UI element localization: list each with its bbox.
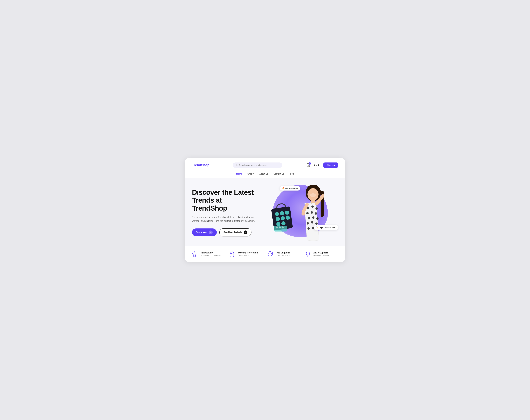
hero-title: Discover the Latest Trends at TrendShop [192, 188, 256, 212]
quality-title: High Quality [200, 252, 221, 254]
header-actions: 0 Login Sign Up [305, 162, 338, 168]
navbar: Home Shop ▾ About Us Contact Us Blog [185, 171, 345, 178]
search-icon [236, 164, 238, 166]
nav-shop-label: Shop [247, 172, 252, 175]
woman-illustration [290, 185, 335, 241]
feature-support: 24 / 7 Support Dedicated support [304, 250, 339, 257]
cart-button[interactable]: 0 [305, 162, 311, 168]
svg-point-22 [311, 206, 314, 208]
svg-point-32 [315, 223, 318, 225]
nav-contact-label: Contact Us [273, 172, 284, 175]
hero-woman-image [290, 185, 335, 241]
bags-illustration [270, 203, 296, 232]
quality-text: High Quality crafted from top materials [200, 252, 221, 256]
shop-now-label: Shop Now [196, 231, 207, 234]
svg-point-26 [315, 212, 317, 215]
new-arrivals-button[interactable]: See New Arrivals → [219, 228, 251, 237]
nav-blog-label: Blog [289, 172, 294, 175]
shop-now-arrow-icon: → [209, 230, 213, 234]
warranty-title: Warrany Protection [238, 252, 258, 254]
shopping-bags [270, 203, 296, 233]
quality-sub: crafted from top materials [200, 254, 221, 256]
shipping-icon [267, 250, 274, 257]
warranty-text: Warrany Protection Over 2 years [238, 252, 258, 256]
svg-point-13 [276, 226, 278, 228]
svg-point-14 [279, 226, 281, 228]
feature-high-quality: High Quality crafted from top materials [191, 250, 226, 257]
login-button[interactable]: Login [314, 163, 321, 168]
nav-item-contact[interactable]: Contact Us [273, 172, 284, 175]
nav-item-shop[interactable]: Shop ▾ [247, 172, 254, 175]
support-title: 24 / 7 Support [313, 252, 329, 254]
search-input[interactable] [239, 164, 279, 166]
shipping-text: Free Shipping Order over 150 $ [276, 252, 290, 256]
search-bar [233, 163, 282, 168]
bogo-badge: 🏷️ Bye One Get Two [314, 225, 338, 230]
svg-point-19 [310, 193, 316, 197]
svg-point-43 [308, 256, 308, 256]
cart-badge: 0 [309, 162, 311, 165]
logo: TrendShop [192, 163, 209, 167]
support-sub: Dedicated support [313, 254, 329, 256]
nav-about-label: About Us [259, 172, 268, 175]
new-arrivals-arrow-icon: → [244, 230, 247, 234]
warranty-icon [229, 250, 236, 257]
svg-point-24 [306, 212, 309, 214]
warranty-sub: Over 2 years [238, 254, 258, 256]
nav-home-label: Home [236, 172, 242, 175]
nav-item-home[interactable]: Home [236, 172, 242, 175]
tag-icon: 🏷️ [316, 226, 319, 229]
hero-buttons: Shop Now → See New Arrivals → [192, 228, 256, 237]
offer-badge-text: Get 20% Offer [285, 187, 298, 189]
support-text: 24 / 7 Support Dedicated support [313, 252, 329, 256]
header: TrendShop 0 Login Sign Up [185, 158, 345, 171]
svg-point-0 [236, 164, 237, 166]
hero-image-area: 🔥 Get 20% Offer [265, 183, 338, 241]
signup-button[interactable]: Sign Up [323, 163, 338, 168]
hero-text: Discover the Latest Trends at TrendShop … [192, 188, 256, 236]
svg-line-1 [237, 166, 238, 166]
svg-point-31 [311, 221, 313, 224]
shipping-title: Free Shipping [276, 252, 290, 254]
feature-warranty: Warrany Protection Over 2 years [229, 250, 263, 257]
chevron-down-icon: ▾ [253, 173, 254, 175]
hero-section: Discover the Latest Trends at TrendShop … [185, 178, 345, 246]
bogo-badge-text: Bye One Get Two [320, 226, 335, 229]
divider-2 [265, 250, 265, 257]
svg-point-30 [307, 222, 309, 224]
svg-point-27 [308, 217, 310, 219]
svg-point-15 [282, 226, 284, 228]
svg-point-23 [315, 207, 318, 210]
svg-point-37 [231, 252, 234, 255]
offer-badge: 🔥 Get 20% Offer [280, 186, 300, 191]
shop-now-button[interactable]: Shop Now → [192, 228, 217, 236]
shipping-sub: Order over 150 $ [276, 254, 290, 256]
svg-point-29 [316, 217, 319, 220]
page-wrapper: TrendShop 0 Login Sign Up Home [185, 158, 345, 262]
svg-point-25 [311, 211, 313, 214]
features-bar: High Quality crafted from top materials … [185, 246, 345, 262]
svg-point-28 [312, 216, 314, 219]
support-icon [304, 250, 311, 257]
svg-point-21 [307, 207, 309, 209]
hero-description: Explore our stylish and affordable cloth… [192, 215, 256, 223]
nav-item-blog[interactable]: Blog [289, 172, 294, 175]
svg-point-33 [308, 227, 310, 230]
new-arrivals-label: See New Arrivals [223, 231, 242, 234]
fire-icon: 🔥 [282, 187, 284, 189]
svg-rect-12 [274, 226, 287, 232]
svg-marker-36 [192, 251, 197, 256]
nav-item-about[interactable]: About Us [259, 172, 268, 175]
quality-icon [191, 250, 198, 257]
feature-shipping: Free Shipping Order over 150 $ [267, 250, 301, 257]
